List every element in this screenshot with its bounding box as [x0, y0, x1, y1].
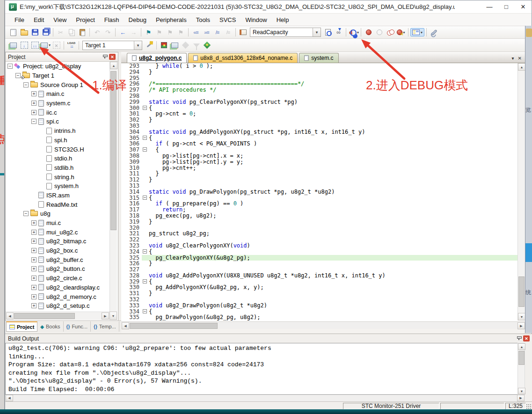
tree-item-stdio.h[interactable]: stdio.h [6, 154, 109, 163]
unindent-button[interactable]: «≡ [190, 27, 201, 37]
insert-breakpoint-button[interactable] [363, 27, 374, 37]
fold-collapse-icon[interactable]: − [143, 196, 147, 200]
help-books-button[interactable] [238, 27, 248, 37]
expand-icon[interactable]: + [31, 276, 36, 281]
file-extensions-button[interactable] [169, 40, 180, 51]
code-line-327[interactable]: 327 [121, 267, 517, 273]
collapse-icon[interactable]: − [31, 119, 36, 124]
menu-peripherals[interactable]: Peripherals [151, 15, 191, 25]
menu-flash[interactable]: Flash [100, 15, 124, 25]
scroll-up-button[interactable]: ▲ [518, 63, 525, 71]
tree-item-u8g[interactable]: −u8g [6, 209, 109, 218]
code-line-321[interactable]: 321pg_struct u8g2_pg; [121, 231, 517, 237]
collapse-icon[interactable]: − [23, 82, 29, 87]
tree-item-mui_u8g2.c[interactable]: +mui_u8g2.c [6, 227, 109, 237]
code-line-318[interactable]: 318 pg_exec(pg, u8g2); [121, 213, 517, 219]
expand-icon[interactable]: + [31, 239, 36, 244]
code-line-294[interactable]: 294} [121, 69, 517, 75]
kill-all-breakpoints-button[interactable]: ▾ [395, 27, 406, 37]
code-line-299[interactable]: 299static void pg_ClearPolygonXY(pg_stru… [121, 99, 517, 105]
build-button[interactable]: ↓ [19, 40, 29, 51]
tree-item-u8g2_box.c[interactable]: +u8g2_box.c [6, 246, 109, 255]
code-line-332[interactable]: 332 [121, 297, 517, 303]
select-software-packs-button[interactable] [180, 40, 191, 51]
undo-button[interactable]: ↶ [92, 27, 102, 37]
expand-icon[interactable]: + [31, 257, 36, 262]
download-button[interactable]: LOAD ↓↓ [66, 40, 77, 51]
code-line-311[interactable]: 311 } [121, 171, 517, 177]
menu-edit[interactable]: Edit [29, 15, 49, 25]
expand-icon[interactable]: + [31, 303, 36, 308]
disable-breakpoint-button[interactable] [374, 27, 385, 37]
build-output-horizontal-scrollbar[interactable]: ◀ ▶ [5, 395, 525, 402]
code-line-335[interactable]: 335 pg_DrawPolygon(&u8g2_pg, u8g2); [121, 314, 517, 320]
chevron-down-icon[interactable]: ▾ [134, 41, 142, 50]
menu-help[interactable]: Help [272, 15, 294, 25]
code-line-297[interactable]: 297/* API procedures */ [121, 87, 517, 93]
tree-item-u8g2_cleardisplay.c[interactable]: +u8g2_cleardisplay.c [6, 283, 109, 292]
code-line-323[interactable]: 323void u8g2_ClearPolygonXY(void) [121, 243, 517, 249]
code-line-325[interactable]: 325 pg_ClearPolygonXY(&u8g2_pg); [121, 255, 517, 261]
panel-tab-func[interactable]: {}Func... [64, 321, 91, 332]
scroll-right-button[interactable]: ▶ [102, 312, 109, 320]
scroll-left-button[interactable]: ◀ [122, 322, 129, 329]
navigate-back-button[interactable]: ← [117, 27, 128, 37]
menu-tools[interactable]: Tools [191, 15, 215, 25]
scrollbar-thumb[interactable] [130, 323, 218, 329]
tree-item-source-group-1[interactable]: −Source Group 1 [6, 80, 109, 89]
open-file-button[interactable] [19, 27, 29, 37]
expand-icon[interactable]: + [31, 101, 36, 106]
target-select-combo[interactable]: Target 1 ▾ [82, 41, 142, 50]
code-line-319[interactable]: 319} [121, 219, 517, 225]
redo-button[interactable]: ↷ [102, 27, 113, 37]
menu-view[interactable]: View [49, 15, 71, 25]
batch-build-button[interactable]: ▾ [40, 40, 51, 51]
code-line-312[interactable]: 312} [121, 177, 517, 183]
panel-close-button[interactable]: ✕ [523, 335, 530, 341]
expand-icon[interactable]: + [31, 230, 36, 235]
window-layout-button[interactable]: ▾ [410, 28, 424, 36]
pin-icon[interactable] [516, 336, 522, 341]
scrollbar-thumb[interactable] [110, 71, 117, 230]
filter-button[interactable] [191, 40, 202, 51]
translate-button[interactable] [8, 40, 19, 51]
tree-item-u8g2_d_memory.c[interactable]: +u8g2_d_memory.c [6, 292, 109, 301]
incremental-find-button[interactable]: ∞ [333, 27, 344, 37]
scrollbar-thumb[interactable] [14, 313, 75, 319]
code-line-309[interactable]: 309 pg->list[pg->cnt].y = y; [121, 159, 517, 165]
tree-item-project-u8g2_display[interactable]: −Project: u8g2_display [6, 62, 109, 71]
tree-item-target-1[interactable]: −Target 1 [6, 71, 109, 80]
scrollbar-thumb[interactable] [518, 276, 525, 307]
scroll-down-button[interactable]: ▼ [109, 312, 117, 320]
panel-tab-books[interactable]: ◈Books [37, 321, 63, 332]
expand-icon[interactable]: + [31, 266, 36, 271]
chevron-down-icon[interactable]: ▾ [357, 30, 359, 35]
pin-icon[interactable] [102, 54, 108, 60]
find-in-files-button[interactable] [322, 27, 333, 37]
tree-item-u8g2_bitmap.c[interactable]: +u8g2_bitmap.c [6, 237, 109, 246]
code-line-314[interactable]: 314static void pg_DrawPolygon(pg_struct … [121, 189, 517, 195]
project-tree-horizontal-scrollbar[interactable]: ◀ ▶ [6, 312, 109, 320]
expand-icon[interactable]: + [31, 294, 36, 299]
close-button[interactable]: ✕ [515, 0, 532, 13]
rebuild-button[interactable]: ↓↓ [29, 40, 40, 51]
code-line-317[interactable]: 317 return; [121, 207, 517, 213]
scroll-left-button[interactable]: ◀ [6, 312, 14, 320]
disable-all-breakpoints-button[interactable] [385, 27, 395, 37]
tree-item-u8g2_d_setup.c[interactable]: +u8g2_d_setup.c [6, 301, 109, 311]
collapse-icon[interactable]: − [23, 211, 29, 216]
menu-project[interactable]: Project [71, 15, 99, 25]
chevron-down-icon[interactable]: ▾ [313, 28, 321, 36]
code-line-328[interactable]: 328void u8g2_AddPolygonXY(U8X8_UNUSED u8… [121, 273, 517, 279]
resize-grip[interactable] [526, 404, 532, 409]
editor-vertical-scrollbar[interactable]: ▲ ▼ [517, 63, 525, 320]
tree-item-spi.h[interactable]: spi.h [6, 136, 109, 145]
panel-tab-temp[interactable]: {}Temp... [91, 321, 119, 332]
fold-collapse-icon[interactable]: − [143, 309, 147, 313]
code-line-326[interactable]: 326} [121, 261, 517, 267]
panel-close-button[interactable]: ✕ [109, 54, 116, 60]
save-all-button[interactable] [40, 27, 51, 37]
code-editor[interactable]: 293 } while( i > 0 );294}295296/*=======… [121, 63, 517, 320]
code-line-322[interactable]: 322 [121, 237, 517, 243]
code-line-293[interactable]: 293 } while( i > 0 ); [121, 63, 517, 69]
